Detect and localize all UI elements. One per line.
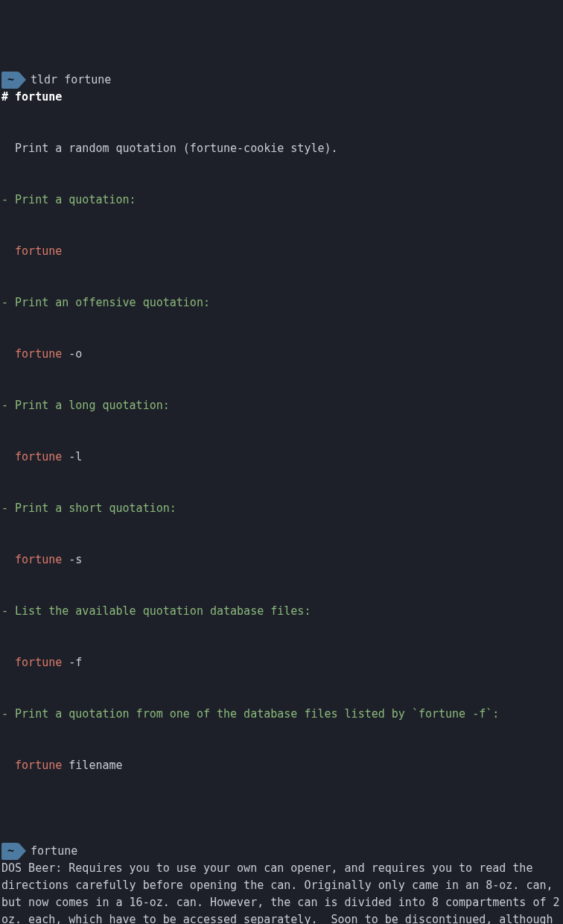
tldr-item-desc: - Print an offensive quotation:: [1, 294, 562, 311]
prompt-arrow-icon: [19, 72, 26, 88]
prompt-badge: ~: [1, 72, 19, 89]
blank-line: [1, 639, 8, 652]
tldr-arg: -l: [69, 450, 82, 463]
blank-line: [1, 810, 8, 823]
blank-line: [1, 741, 8, 755]
blank-line: [1, 536, 8, 549]
blank-line: [1, 382, 8, 395]
command-input[interactable]: fortune: [31, 844, 77, 858]
tldr-cmd: fortune: [15, 244, 62, 258]
tldr-cmd: fortune: [15, 656, 69, 669]
blank-line: [1, 279, 8, 292]
prompt-badge: ~: [1, 843, 19, 860]
tldr-item-desc: - Print a quotation from one of the data…: [1, 706, 562, 723]
tldr-description: Print a random quotation (fortune-cookie…: [1, 140, 562, 157]
tldr-arg: -s: [69, 553, 82, 566]
fortune-output: DOS Beer: Requires you to use your own c…: [1, 860, 562, 924]
tldr-arg: filename: [69, 759, 122, 772]
tldr-cmd: fortune: [15, 347, 69, 361]
tldr-item-cmd: fortune: [1, 243, 562, 260]
tldr-cmd: fortune: [15, 450, 69, 463]
heading-hash: #: [1, 90, 15, 104]
tldr-heading: # fortune: [1, 89, 562, 106]
tldr-item-cmd: fortune -s: [1, 551, 562, 569]
tldr-item-desc: - List the available quotation database …: [1, 603, 562, 620]
tldr-cmd: fortune: [15, 759, 69, 772]
blank-line: [1, 484, 8, 498]
blank-line: [1, 124, 8, 138]
tldr-arg: -f: [69, 656, 82, 669]
blank-line: [1, 793, 8, 806]
tldr-item-desc: - Print a quotation:: [1, 192, 562, 209]
tldr-item-cmd: fortune -l: [1, 449, 562, 466]
blank-line: [1, 176, 8, 189]
tldr-arg: -o: [69, 347, 82, 361]
tldr-item-desc: - Print a long quotation:: [1, 397, 562, 414]
tldr-item-cmd: fortune -o: [1, 346, 562, 363]
tldr-item-cmd: fortune -f: [1, 654, 562, 671]
blank-line: [1, 827, 8, 841]
blank-line: [1, 433, 8, 446]
heading-name: fortune: [15, 90, 62, 104]
tldr-item-desc: - Print a short quotation:: [1, 500, 562, 517]
blank-line: [1, 690, 8, 703]
tldr-cmd: fortune: [15, 553, 69, 566]
prompt-arrow-icon: [19, 843, 26, 859]
tldr-item-cmd: fortune filename: [1, 757, 562, 774]
command-input[interactable]: tldr fortune: [31, 73, 111, 86]
blank-line: [1, 587, 8, 601]
blank-line: [1, 227, 8, 241]
blank-line: [1, 330, 8, 344]
